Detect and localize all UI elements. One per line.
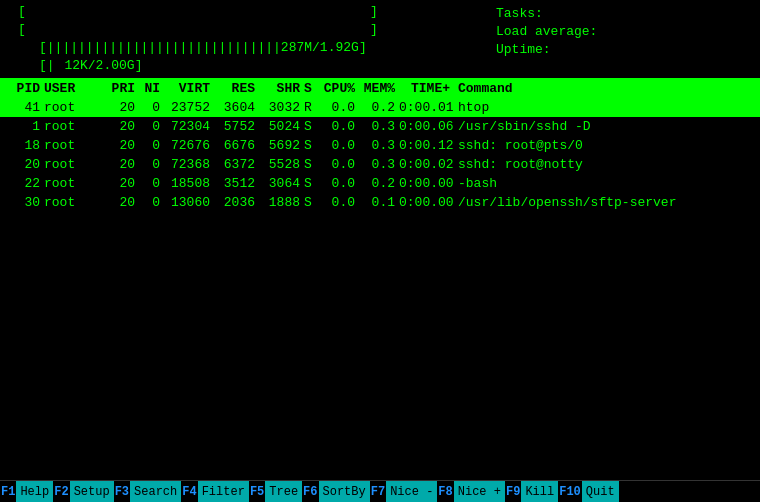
s-cell: S — [304, 138, 319, 153]
pid-cell: 18 — [4, 138, 44, 153]
res-cell: 3512 — [214, 176, 259, 191]
user-cell: root — [44, 176, 104, 191]
cpu-cell: 0.0 — [319, 100, 359, 115]
fn-label-f9: Kill — [521, 481, 558, 502]
s-cell: R — [304, 100, 319, 115]
cpu1-row: [ ] — [4, 2, 476, 20]
time-cell: 0:00.12 — [399, 138, 454, 153]
virt-cell: 72676 — [164, 138, 214, 153]
fn-item-f10[interactable]: F10Quit — [558, 481, 618, 502]
shr-cell: 5692 — [259, 138, 304, 153]
time-cell: 0:00.01 — [399, 100, 454, 115]
user-cell: root — [44, 138, 104, 153]
table-row[interactable]: 20root2007236863725528S0.00.30:00.02sshd… — [0, 155, 760, 174]
fn-label-f8: Nice + — [454, 481, 505, 502]
fn-label-f3: Search — [130, 481, 181, 502]
cpu-cell: 0.0 — [319, 138, 359, 153]
col-header-time: TIME+ — [399, 81, 454, 96]
user-cell: root — [44, 119, 104, 134]
fn-item-f8[interactable]: F8Nice + — [437, 481, 505, 502]
fn-item-f1[interactable]: F1Help — [0, 481, 53, 502]
mem-cell: 0.1 — [359, 195, 399, 210]
s-cell: S — [304, 119, 319, 134]
pid-cell: 41 — [4, 100, 44, 115]
app: [ ] [ ] — [0, 0, 760, 502]
table-row[interactable]: 41root2002375236043032R0.00.20:00.01htop — [0, 98, 760, 117]
col-header-pri: PRI — [104, 81, 139, 96]
function-bar: F1HelpF2SetupF3SearchF4FilterF5TreeF6Sor… — [0, 480, 760, 502]
virt-cell: 18508 — [164, 176, 214, 191]
pri-cell: 20 — [104, 157, 139, 172]
fn-label-f6: SortBy — [319, 481, 370, 502]
fn-item-f6[interactable]: F6SortBy — [302, 481, 370, 502]
virt-cell: 23752 — [164, 100, 214, 115]
cpu-cell: 0.0 — [319, 195, 359, 210]
fn-key-f1: F1 — [0, 481, 16, 502]
cmd-cell: sshd: root@notty — [454, 157, 756, 172]
fn-key-f3: F3 — [114, 481, 130, 502]
shr-cell: 1888 — [259, 195, 304, 210]
shr-cell: 5528 — [259, 157, 304, 172]
res-cell: 5752 — [214, 119, 259, 134]
table-row[interactable]: 18root2007267666765692S0.00.30:00.12sshd… — [0, 136, 760, 155]
col-header-cpu: CPU% — [319, 81, 359, 96]
cpu-mem-bars: [ ] [ ] — [4, 2, 476, 74]
header-stats: [ ] [ ] — [0, 0, 760, 74]
cpu1-bar — [26, 4, 330, 19]
pid-cell: 22 — [4, 176, 44, 191]
fn-label-f2: Setup — [70, 481, 114, 502]
fn-item-f3[interactable]: F3Search — [114, 481, 182, 502]
col-header-user: USER — [44, 81, 104, 96]
cpu-cell: 0.0 — [319, 119, 359, 134]
ni-cell: 0 — [139, 138, 164, 153]
process-table: PID USER PRI NI VIRT RES SHR S CPU% MEM%… — [0, 78, 760, 480]
ni-cell: 0 — [139, 195, 164, 210]
load-label: Load average: — [496, 24, 597, 39]
fn-item-f4[interactable]: F4Filter — [181, 481, 249, 502]
shr-cell: 3032 — [259, 100, 304, 115]
res-cell: 6372 — [214, 157, 259, 172]
fn-key-f8: F8 — [437, 481, 453, 502]
system-info: Tasks: Load average: Uptime: — [476, 2, 756, 74]
fn-key-f10: F10 — [558, 481, 582, 502]
fn-label-f10: Quit — [582, 481, 619, 502]
mem-cell: 0.3 — [359, 119, 399, 134]
pri-cell: 20 — [104, 195, 139, 210]
mem-cell: 0.3 — [359, 157, 399, 172]
fn-item-f9[interactable]: F9Kill — [505, 481, 558, 502]
col-header-virt: VIRT — [164, 81, 214, 96]
time-cell: 0:00.02 — [399, 157, 454, 172]
ni-cell: 0 — [139, 176, 164, 191]
time-cell: 0:00.00 — [399, 195, 454, 210]
fn-key-f5: F5 — [249, 481, 265, 502]
user-cell: root — [44, 100, 104, 115]
fn-key-f4: F4 — [181, 481, 197, 502]
fn-key-f7: F7 — [370, 481, 386, 502]
cpu2-bar — [26, 22, 330, 37]
table-row[interactable]: 30root2001306020361888S0.00.10:00.00/usr… — [0, 193, 760, 212]
swp-row: [ | 12K/2.00G ] — [4, 56, 476, 74]
cpu-cell: 0.0 — [319, 157, 359, 172]
col-header-pid: PID — [4, 81, 44, 96]
fn-item-f2[interactable]: F2Setup — [53, 481, 113, 502]
virt-cell: 72368 — [164, 157, 214, 172]
cmd-cell: /usr/sbin/sshd -D — [454, 119, 756, 134]
ni-cell: 0 — [139, 157, 164, 172]
table-row[interactable]: 1root2007230457525024S0.00.30:00.06/usr/… — [0, 117, 760, 136]
process-rows: 41root2002375236043032R0.00.20:00.01htop… — [0, 98, 760, 212]
fn-item-f5[interactable]: F5Tree — [249, 481, 302, 502]
res-cell: 6676 — [214, 138, 259, 153]
cpu2-row: [ ] — [4, 20, 476, 38]
fn-label-f7: Nice - — [386, 481, 437, 502]
cmd-cell: sshd: root@pts/0 — [454, 138, 756, 153]
tasks-line: Tasks: — [496, 4, 756, 22]
mem-val: 287M/1.92G — [281, 40, 359, 55]
cpu-cell: 0.0 — [319, 176, 359, 191]
table-row[interactable]: 22root2001850835123064S0.00.20:00.00-bas… — [0, 174, 760, 193]
col-header-mem: MEM% — [359, 81, 399, 96]
col-header-ni: NI — [139, 81, 164, 96]
fn-item-f7[interactable]: F7Nice - — [370, 481, 438, 502]
mem-row: [ |||||||||||||||||||||||||||||| 287M/1.… — [4, 38, 476, 56]
mem-cell: 0.2 — [359, 100, 399, 115]
res-cell: 2036 — [214, 195, 259, 210]
